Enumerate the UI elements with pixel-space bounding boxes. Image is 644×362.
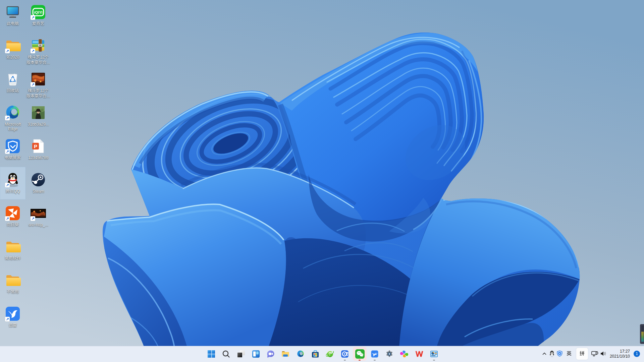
svg-text:P: P: [34, 143, 37, 149]
svg-text:iQIYI: iQIYI: [34, 10, 42, 14]
